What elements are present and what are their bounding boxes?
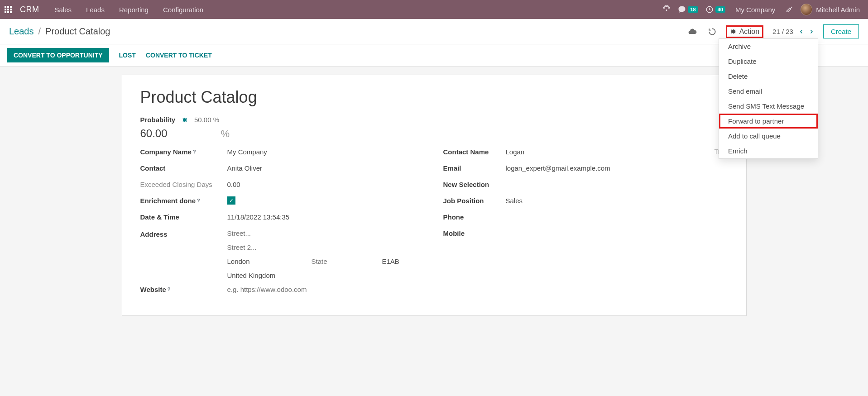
dropdown-forward-to-partner[interactable]: Forward to partner bbox=[719, 114, 818, 129]
email-input[interactable] bbox=[506, 163, 728, 173]
address-label: Address bbox=[140, 229, 224, 238]
pager-next-icon[interactable] bbox=[809, 28, 814, 35]
nav-reporting[interactable]: Reporting bbox=[112, 1, 156, 18]
messages-badge: 18 bbox=[688, 6, 698, 13]
navbar: CRM Sales Leads Reporting Configuration … bbox=[0, 0, 868, 19]
pager-prev-icon[interactable] bbox=[799, 28, 804, 35]
dropdown-duplicate[interactable]: Duplicate bbox=[719, 54, 818, 69]
breadcrumb: Leads / Product Catalog bbox=[9, 26, 110, 37]
action-label: Action bbox=[739, 28, 759, 36]
company-name-input[interactable] bbox=[227, 147, 425, 157]
email-label: Email bbox=[443, 164, 502, 172]
company-selector[interactable]: My Company bbox=[733, 6, 778, 14]
contact-name-input[interactable] bbox=[506, 147, 639, 157]
state-input[interactable] bbox=[312, 257, 379, 266]
datetime-label: Date & Time bbox=[140, 213, 224, 221]
job-position-input[interactable] bbox=[506, 196, 728, 205]
probability-auto-text: 50.00 % bbox=[194, 116, 219, 124]
nav-configuration[interactable]: Configuration bbox=[156, 1, 211, 18]
gear-icon bbox=[730, 28, 737, 35]
job-position-label: Job Position bbox=[443, 197, 502, 205]
dropdown-enrich[interactable]: Enrich bbox=[719, 143, 818, 158]
breadcrumb-separator: / bbox=[38, 26, 41, 37]
contact-label: Contact bbox=[140, 164, 224, 172]
contact-input[interactable] bbox=[227, 163, 425, 173]
dropdown-send-email[interactable]: Send email bbox=[719, 84, 818, 99]
exceeded-closing-days-label: Exceeded Closing Days bbox=[140, 181, 224, 188]
nav-leads[interactable]: Leads bbox=[79, 1, 112, 18]
activities-icon[interactable]: 40 bbox=[705, 5, 725, 14]
form-sheet: Probability 50.00 % 60.00 % Company Name… bbox=[122, 75, 747, 316]
zip-input[interactable] bbox=[382, 257, 425, 266]
create-button[interactable]: Create bbox=[823, 24, 859, 38]
new-selection-input[interactable] bbox=[506, 180, 728, 189]
dropdown-archive[interactable]: Archive bbox=[719, 39, 818, 54]
probability-percent-symbol: % bbox=[221, 128, 230, 140]
exceeded-closing-days-value[interactable]: 0.00 bbox=[227, 181, 425, 188]
country-input[interactable] bbox=[227, 271, 425, 280]
company-name-label: Company Name? bbox=[140, 148, 224, 156]
probability-label: Probability bbox=[140, 116, 176, 124]
messages-icon[interactable]: 18 bbox=[678, 5, 698, 14]
mobile-label: Mobile bbox=[443, 229, 502, 237]
avatar bbox=[801, 4, 812, 15]
convert-opportunity-button[interactable]: CONVERT TO OPPORTUNITY bbox=[7, 48, 109, 62]
enrichment-label: Enrichment done? bbox=[140, 197, 224, 205]
tools-icon[interactable] bbox=[785, 5, 793, 14]
street-input[interactable] bbox=[227, 229, 425, 238]
apps-icon[interactable] bbox=[0, 0, 16, 19]
city-input[interactable] bbox=[227, 257, 309, 266]
enrichment-checkbox[interactable]: ✓ bbox=[227, 196, 235, 205]
breadcrumb-parent[interactable]: Leads bbox=[9, 26, 34, 37]
nav-sales[interactable]: Sales bbox=[48, 1, 79, 18]
new-selection-label: New Selection bbox=[443, 181, 502, 188]
user-name: Mitchell Admin bbox=[816, 6, 860, 14]
website-label: Website? bbox=[140, 286, 224, 293]
contact-name-label: Contact Name bbox=[443, 148, 502, 156]
dropdown-add-to-call-queue[interactable]: Add to call queue bbox=[719, 129, 818, 143]
probability-gear-icon[interactable] bbox=[182, 117, 188, 123]
lead-title-input[interactable] bbox=[140, 87, 728, 110]
svg-point-0 bbox=[667, 10, 667, 11]
phone-input[interactable] bbox=[506, 212, 728, 222]
mobile-input[interactable] bbox=[506, 229, 728, 238]
pager-text[interactable]: 21 / 23 bbox=[772, 28, 793, 35]
website-input[interactable] bbox=[227, 285, 425, 294]
voip-icon[interactable] bbox=[662, 5, 671, 14]
activities-badge: 40 bbox=[715, 6, 725, 13]
cloud-save-icon[interactable] bbox=[688, 27, 697, 36]
street2-input[interactable] bbox=[227, 243, 425, 252]
phone-label: Phone bbox=[443, 213, 502, 221]
action-dropdown: Archive Duplicate Delete Send email Send… bbox=[719, 38, 818, 159]
dropdown-send-sms[interactable]: Send SMS Text Message bbox=[719, 99, 818, 114]
brand[interactable]: CRM bbox=[18, 5, 46, 14]
action-menu-button[interactable]: Action bbox=[726, 25, 763, 38]
convert-ticket-button[interactable]: CONVERT TO TICKET bbox=[146, 52, 212, 59]
breadcrumb-current: Product Catalog bbox=[45, 26, 110, 37]
lost-button[interactable]: LOST bbox=[119, 52, 136, 59]
discard-icon[interactable] bbox=[708, 27, 717, 36]
pager: 21 / 23 bbox=[772, 28, 814, 35]
datetime-input[interactable] bbox=[227, 212, 425, 222]
dropdown-delete[interactable]: Delete bbox=[719, 69, 818, 84]
user-menu[interactable]: Mitchell Admin bbox=[801, 4, 863, 15]
probability-value[interactable]: 60.00 bbox=[140, 127, 168, 140]
